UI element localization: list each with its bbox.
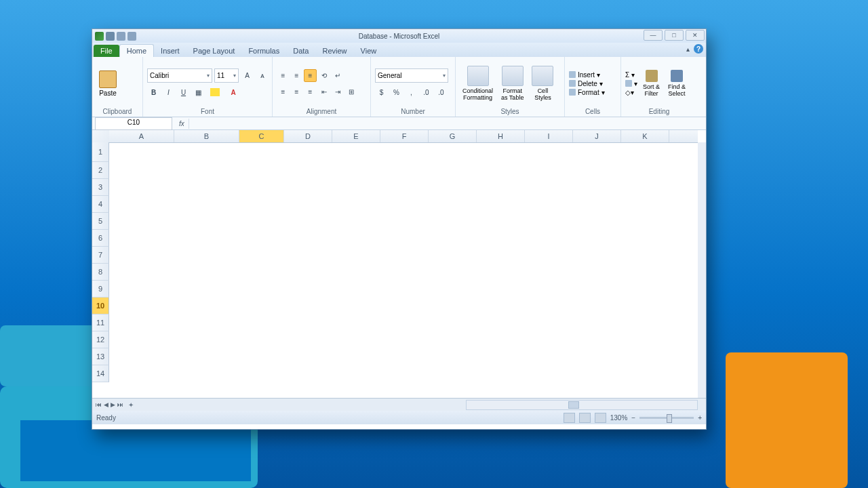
column-header[interactable]: A (109, 130, 174, 142)
page-layout-view-button[interactable] (579, 413, 591, 423)
format-as-table-button[interactable]: Format as Table (498, 64, 526, 102)
column-header[interactable]: D (284, 130, 332, 142)
column-header[interactable]: J (573, 130, 621, 142)
row-header[interactable]: 11 (92, 314, 109, 331)
last-sheet-button[interactable]: ⏭ (117, 401, 124, 408)
fill-button[interactable]: ▾ (625, 80, 637, 87)
increase-indent-button[interactable]: ⇥ (331, 85, 344, 98)
tab-home[interactable]: Home (119, 44, 154, 57)
redo-icon[interactable] (127, 32, 136, 41)
tab-review[interactable]: Review (315, 45, 353, 57)
ribbon-minimize-icon[interactable]: ▴ (686, 45, 690, 53)
row-header[interactable]: 1 (92, 142, 109, 162)
conditional-formatting-button[interactable]: Conditional Formatting (460, 64, 496, 102)
clear-button[interactable]: ◇▾ (625, 89, 637, 96)
currency-button[interactable]: $ (375, 86, 388, 99)
cell-styles-button[interactable]: Cell Styles (529, 64, 556, 102)
title-bar[interactable]: Database - Microsoft Excel — □ ✕ (92, 29, 706, 43)
format-cells-button[interactable]: Format ▾ (569, 89, 605, 96)
fx-icon[interactable]: fx (175, 120, 189, 127)
column-header[interactable]: I (525, 130, 573, 142)
select-all-corner[interactable] (92, 130, 110, 143)
worksheet-grid[interactable]: ABCDEFGHIJK 1234567891011121314 (92, 130, 706, 398)
tab-data[interactable]: Data (286, 45, 315, 57)
zoom-in-button[interactable]: + (698, 414, 702, 422)
paste-button[interactable]: Paste (96, 69, 119, 98)
number-format-combo[interactable]: General (375, 68, 448, 83)
column-header[interactable]: K (621, 130, 669, 142)
merge-button[interactable]: ⊞ (344, 85, 357, 98)
column-header[interactable]: H (477, 130, 525, 142)
normal-view-button[interactable] (564, 413, 575, 423)
column-header[interactable]: E (332, 130, 380, 142)
close-button[interactable]: ✕ (686, 30, 705, 41)
formula-input[interactable] (189, 119, 706, 129)
row-header[interactable]: 13 (92, 348, 109, 365)
align-bottom-button[interactable]: ≡ (304, 69, 317, 82)
row-header[interactable]: 4 (92, 196, 109, 213)
next-sheet-button[interactable]: ▶ (110, 401, 116, 408)
grow-font-button[interactable]: A (241, 69, 254, 82)
delete-cells-button[interactable]: Delete ▾ (569, 80, 605, 87)
comma-button[interactable]: , (405, 86, 418, 99)
border-button[interactable]: ▦ (192, 86, 205, 99)
align-top-button[interactable]: ≡ (277, 69, 290, 82)
row-header[interactable]: 7 (92, 247, 109, 264)
find-select-button[interactable]: Find & Select (665, 68, 688, 98)
row-header[interactable]: 5 (92, 213, 109, 230)
sort-filter-button[interactable]: Sort & Filter (640, 68, 663, 98)
row-header[interactable]: 9 (92, 281, 109, 298)
row-header[interactable]: 8 (92, 264, 109, 281)
page-break-view-button[interactable] (595, 413, 606, 423)
column-header[interactable]: F (380, 130, 429, 142)
underline-button[interactable]: U (177, 86, 190, 99)
wrap-text-button[interactable]: ↵ (331, 69, 344, 82)
font-size-combo[interactable]: 11 (214, 68, 239, 83)
app-icon[interactable] (95, 32, 104, 41)
first-sheet-button[interactable]: ⏮ (95, 401, 102, 408)
decrease-decimal-button[interactable]: .0 (435, 86, 448, 99)
new-sheet-button[interactable]: ✦ (128, 401, 134, 409)
row-header[interactable]: 12 (92, 331, 109, 348)
row-header[interactable]: 6 (92, 230, 109, 247)
maximize-button[interactable]: □ (665, 30, 684, 41)
horizontal-scrollbar[interactable] (466, 400, 698, 410)
tab-file[interactable]: File (94, 45, 119, 57)
minimize-button[interactable]: — (644, 30, 663, 41)
italic-button[interactable]: I (162, 86, 175, 99)
prev-sheet-button[interactable]: ◀ (103, 401, 109, 408)
tab-view[interactable]: View (354, 45, 384, 57)
name-box[interactable]: C10 (95, 117, 172, 130)
undo-icon[interactable] (117, 32, 125, 41)
decrease-indent-button[interactable]: ⇤ (317, 85, 330, 98)
save-icon[interactable] (106, 32, 115, 41)
orientation-button[interactable]: ⟲ (317, 69, 330, 82)
autosum-button[interactable]: Σ ▾ (625, 71, 637, 79)
help-icon[interactable]: ? (694, 44, 703, 54)
row-header[interactable]: 2 (92, 162, 109, 179)
fill-color-button[interactable] (207, 86, 223, 99)
font-color-button[interactable]: A (225, 86, 241, 99)
insert-cells-button[interactable]: Insert ▾ (569, 71, 605, 79)
zoom-out-button[interactable]: − (631, 414, 635, 422)
tab-formulas[interactable]: Formulas (241, 45, 286, 57)
align-center-button[interactable]: ≡ (290, 85, 303, 98)
shrink-font-button[interactable]: ᴀ (256, 69, 269, 82)
column-header[interactable]: C (239, 130, 284, 142)
tab-insert[interactable]: Insert (154, 45, 186, 57)
column-header[interactable]: B (174, 130, 239, 142)
tab-page-layout[interactable]: Page Layout (186, 45, 242, 57)
row-header[interactable]: 10 (92, 298, 109, 314)
row-header[interactable]: 14 (92, 365, 109, 382)
increase-decimal-button[interactable]: .0 (420, 86, 433, 99)
align-middle-button[interactable]: ≡ (290, 69, 303, 82)
align-right-button[interactable]: ≡ (304, 85, 317, 98)
column-header[interactable]: G (429, 130, 477, 142)
font-name-combo[interactable]: Calibri (147, 68, 212, 83)
bold-button[interactable]: B (147, 86, 160, 99)
align-left-button[interactable]: ≡ (277, 85, 290, 98)
row-header[interactable]: 3 (92, 179, 109, 196)
zoom-slider[interactable] (639, 417, 694, 419)
percent-button[interactable]: % (390, 86, 403, 99)
vertical-scrollbar[interactable] (698, 142, 706, 398)
